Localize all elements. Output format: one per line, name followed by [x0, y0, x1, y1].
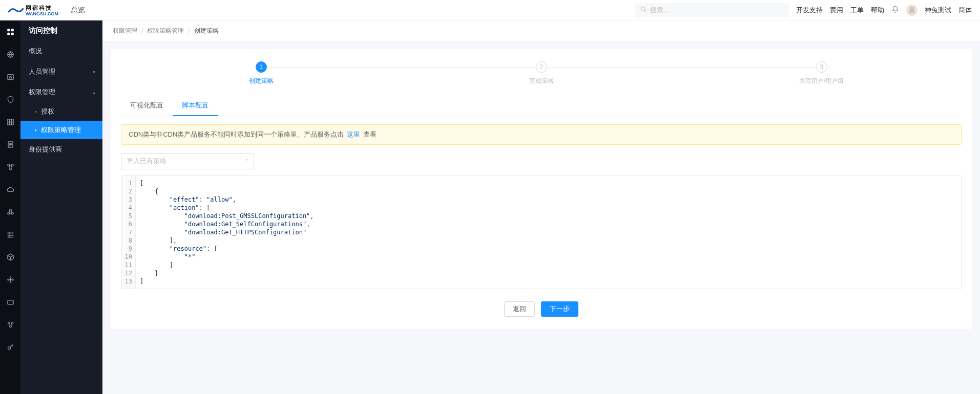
svg-point-21 — [10, 276, 11, 278]
import-policy-select[interactable]: 导入已有策略 ˅ — [121, 153, 254, 169]
rail-doc-icon[interactable] — [0, 137, 20, 151]
svg-point-22 — [12, 279, 13, 280]
link-ticket[interactable]: 工单 — [850, 6, 864, 15]
lang-switch[interactable]: 简体 — [958, 6, 972, 15]
step-2-label: 完成策略 — [529, 77, 554, 85]
svg-line-1 — [644, 10, 646, 12]
rail-cloud-icon[interactable] — [0, 182, 20, 196]
steps: 1 创建策略 2 完成策略 3 关联用户/用户组 — [121, 61, 962, 85]
tab-visual-config[interactable]: 可视化配置 — [121, 96, 173, 116]
step-1-num: 1 — [256, 61, 267, 73]
link-fee[interactable]: 费用 — [830, 6, 843, 15]
perm-submenu: 授权 权限策略管理 — [20, 102, 102, 139]
side-title: 访问控制 — [20, 20, 102, 41]
svg-rect-3 — [11, 29, 13, 31]
config-tabs: 可视化配置 脚本配置 — [121, 96, 962, 116]
code-editor[interactable]: 12345678910111213 [ { "effect": "allow",… — [121, 176, 962, 289]
icon-rail — [0, 20, 20, 394]
step-2-num: 2 — [536, 61, 547, 73]
rail-nodes-icon[interactable] — [0, 272, 20, 287]
svg-point-23 — [10, 281, 11, 282]
rail-shield-icon[interactable] — [0, 92, 20, 106]
menu-idp[interactable]: 身份提供商 — [20, 139, 102, 160]
bc-sep: / — [141, 27, 143, 34]
svg-point-19 — [9, 236, 9, 236]
top-header: 网宿科技 WANGSU.COM 总览 开发支持 费用 工单 帮助 🐰 神兔测试 … — [0, 0, 980, 20]
logo-icon — [8, 6, 24, 14]
rail-wallet-icon[interactable] — [0, 295, 20, 309]
search-input[interactable] — [650, 6, 784, 14]
rail-net-icon[interactable] — [0, 160, 20, 174]
breadcrumb: 权限管理 / 权限策略管理 / 创建策略 — [102, 20, 980, 41]
rail-server-icon[interactable] — [0, 227, 20, 242]
content-card: 1 创建策略 2 完成策略 3 关联用户/用户组 可视化配置 脚本配置 — [111, 49, 972, 329]
svg-point-18 — [9, 232, 9, 233]
search-icon — [640, 6, 647, 14]
svg-rect-2 — [7, 29, 10, 31]
bc-perm-mgmt[interactable]: 权限管理 — [113, 27, 137, 35]
editor-gutter: 12345678910111213 — [121, 176, 136, 289]
step-3-num: 3 — [816, 61, 827, 73]
rail-grid-icon[interactable] — [0, 115, 20, 129]
svg-point-28 — [8, 346, 10, 349]
logo-en-text: WANGSU.COM — [26, 12, 58, 16]
step-3: 3 关联用户/用户组 — [681, 61, 962, 85]
svg-point-20 — [7, 279, 9, 280]
menu-people-mgmt[interactable]: 人员管理 — [20, 61, 102, 82]
username[interactable]: 神兔测试 — [925, 6, 951, 15]
chevron-down-icon: ˅ — [246, 159, 248, 164]
logo[interactable]: 网宿科技 WANGSU.COM — [8, 4, 58, 16]
info-alert: CDN类与非CDN类产品服务不能同时添加到同一个策略里。产品服务点击 这里 查看 — [121, 124, 962, 145]
bc-sep: / — [188, 27, 190, 34]
submenu-auth[interactable]: 授权 — [20, 102, 102, 121]
rail-apps-icon[interactable] — [0, 25, 20, 39]
bc-create-policy: 创建策略 — [194, 27, 219, 35]
step-2: 2 完成策略 — [401, 61, 681, 85]
logo-cn-text: 网宿科技 — [26, 5, 52, 11]
submenu-policy-mgmt[interactable]: 权限策略管理 — [20, 121, 102, 139]
button-row: 返回 下一步 — [121, 301, 962, 317]
side-menu: 访问控制 概况 人员管理 权限管理 授权 权限策略管理 身份提供商 — [20, 20, 102, 394]
menu-perm-mgmt[interactable]: 权限管理 — [20, 82, 102, 102]
svg-rect-5 — [11, 32, 13, 35]
alert-link[interactable]: 这里 — [347, 130, 360, 138]
menu-overview[interactable]: 概况 — [20, 41, 102, 61]
alert-text-pre: CDN类与非CDN类产品服务不能同时添加到同一个策略里。产品服务点击 — [129, 130, 346, 138]
nav-overview[interactable]: 总览 — [71, 6, 85, 15]
step-1: 1 创建策略 — [121, 61, 401, 85]
select-placeholder: 导入已有策略 — [127, 157, 166, 166]
link-help[interactable]: 帮助 — [871, 6, 884, 15]
editor-code[interactable]: [ { "effect": "allow", "action": [ "down… — [136, 176, 961, 289]
rail-key-icon[interactable] — [0, 340, 20, 354]
rail-cluster-icon[interactable] — [0, 205, 20, 219]
step-3-label: 关联用户/用户组 — [799, 77, 844, 85]
bell-icon[interactable] — [891, 6, 899, 15]
step-1-label: 创建策略 — [249, 77, 274, 85]
svg-rect-4 — [7, 32, 10, 35]
rail-w-icon[interactable] — [0, 70, 20, 84]
avatar[interactable]: 🐰 — [906, 5, 918, 16]
tab-script-config[interactable]: 脚本配置 — [173, 96, 218, 116]
svg-point-27 — [9, 325, 11, 327]
main-area: 权限管理 / 权限策略管理 / 创建策略 1 创建策略 2 完成策略 — [102, 20, 980, 394]
svg-rect-8 — [7, 119, 13, 124]
rail-globe-icon[interactable] — [0, 47, 20, 61]
search-box[interactable] — [635, 3, 789, 17]
back-button[interactable]: 返回 — [504, 301, 535, 317]
next-button[interactable]: 下一步 — [541, 301, 578, 317]
rail-api-icon[interactable] — [0, 317, 20, 332]
bc-policy-mgmt[interactable]: 权限策略管理 — [147, 27, 184, 35]
alert-text-post: 查看 — [361, 130, 377, 138]
svg-point-0 — [641, 7, 645, 11]
link-dev-support[interactable]: 开发支持 — [796, 6, 823, 15]
rail-cube-icon[interactable] — [0, 250, 20, 264]
